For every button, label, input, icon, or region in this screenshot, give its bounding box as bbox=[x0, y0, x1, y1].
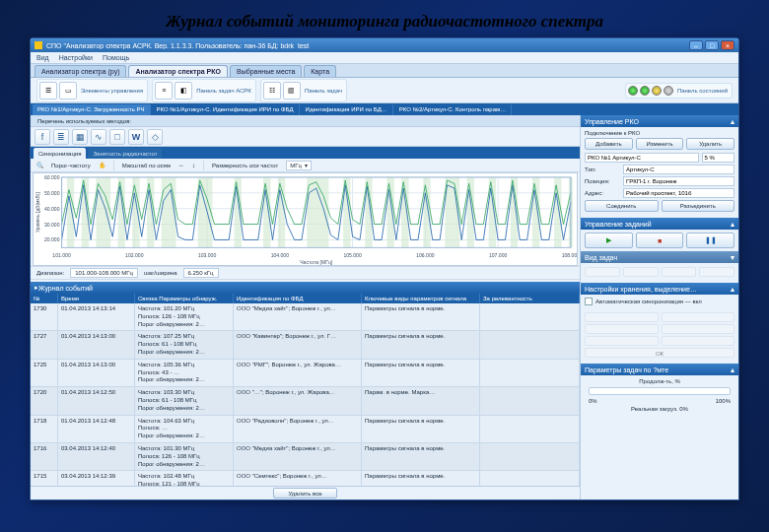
type-field: Артикул-С bbox=[623, 165, 734, 174]
table-row[interactable]: 171603.04.2013 14:12:40Частота: 101.30 М… bbox=[31, 443, 580, 471]
subtab-3[interactable]: РКО №2/Артикул-С. Контроль парам… bbox=[394, 104, 512, 115]
minimize-button[interactable]: – bbox=[689, 40, 703, 50]
subtab-0[interactable]: РКО №1/Артикул-С. Загруженность РЧ bbox=[33, 104, 151, 115]
chart-zoom-icon[interactable]: 🔍 bbox=[36, 162, 43, 168]
tool-btn-4[interactable]: ◧ bbox=[175, 82, 192, 100]
table-row[interactable]: 172001.04.2013 14:12:50Частота: 103.30 М… bbox=[31, 387, 580, 415]
svg-text:50.000: 50.000 bbox=[44, 190, 60, 196]
subtab-2[interactable]: Идентификация ИРИ по БД… bbox=[301, 104, 393, 115]
maximize-button[interactable]: □ bbox=[705, 40, 719, 50]
assign-icons bbox=[581, 263, 738, 283]
add-button[interactable]: Добавить bbox=[585, 138, 633, 150]
range-bar: Диапазон: 101.000-108.000 МГц шаг/ширина… bbox=[31, 266, 580, 280]
tab-selected-places[interactable]: Выбранные места bbox=[230, 65, 302, 77]
edit-button[interactable]: Изменить bbox=[636, 138, 684, 150]
delete-all-button[interactable]: Удалить все bbox=[273, 488, 336, 499]
tab-map[interactable]: Карта bbox=[304, 65, 336, 77]
autosync-row[interactable]: Автоматическая синхронизация — вкл bbox=[581, 295, 738, 308]
menu-settings[interactable]: Настройки bbox=[59, 54, 93, 61]
inner-tabs: Синхронизация Занятость радиочастот bbox=[31, 147, 580, 159]
duration-slider[interactable] bbox=[589, 387, 731, 395]
svg-text:108.000: 108.000 bbox=[562, 252, 577, 258]
table-row[interactable]: 172501.04.2013 14:13:00Частота: 105.36 М… bbox=[31, 360, 580, 387]
method-btn-wave[interactable]: ∿ bbox=[91, 129, 106, 145]
table-row[interactable]: 171503.04.2013 14:12:39Частота: 102.48 М… bbox=[31, 471, 580, 486]
method-btn-word[interactable]: W bbox=[128, 129, 144, 145]
svg-rect-47 bbox=[423, 177, 430, 247]
methods-header: Перечень используемых методов: bbox=[31, 115, 580, 127]
step-input[interactable]: 6.250 кГц bbox=[183, 268, 219, 278]
method-btn-doc[interactable]: □ bbox=[109, 129, 125, 145]
collapse-icon: ▴ bbox=[731, 117, 734, 126]
tool-btn-5[interactable]: ☷ bbox=[263, 82, 281, 100]
rko-mgmt-header[interactable]: Управление РКО▴ bbox=[581, 115, 738, 127]
range-input[interactable]: 101.000-108.000 МГц bbox=[70, 268, 138, 278]
tool-group-tasks: ☷ ▥ Панель задач bbox=[260, 79, 347, 102]
chart-toolbar: 🔍 Порог-частоту ✋ Масштаб по осям ↔ ↕ Ра… bbox=[31, 159, 580, 172]
methods-toolbar: f ≣ ▦ ∿ □ W ◇ bbox=[31, 127, 580, 147]
tab-analyzer-rko[interactable]: Анализатор спектра РКО bbox=[128, 65, 228, 77]
chart-axis-y-icon[interactable]: ↕ bbox=[192, 163, 195, 168]
device-select[interactable]: РКО №1 Артикул-С bbox=[585, 153, 699, 163]
tool-btn-3[interactable]: ≡ bbox=[155, 82, 173, 100]
window-title: СПО "Анализатор спектра АСРК. Вер. 1.1.3… bbox=[46, 42, 689, 49]
addr-field: Рабочий проспект, 101б bbox=[623, 188, 734, 198]
status-lights: Панель состояний bbox=[625, 83, 733, 99]
doc-tabs: Анализатор спектра (ру) Анализатор спект… bbox=[31, 64, 738, 78]
events-header: ▸ Журнал событий bbox=[31, 282, 580, 294]
chart-axis-x-icon[interactable]: ↔ bbox=[178, 163, 184, 168]
assign-header[interactable]: Вид задач▾ bbox=[581, 251, 738, 263]
svg-text:107.000: 107.000 bbox=[489, 252, 508, 258]
svg-rect-31 bbox=[132, 177, 139, 247]
svg-text:40.000: 40.000 bbox=[44, 206, 60, 212]
method-btn-f[interactable]: f bbox=[35, 129, 50, 145]
svg-text:102.000: 102.000 bbox=[125, 252, 144, 258]
svg-text:60.000: 60.000 bbox=[44, 174, 60, 180]
inner-tab-sync[interactable]: Синхронизация bbox=[34, 148, 86, 159]
menu-help[interactable]: Помощь bbox=[103, 54, 129, 61]
play-button[interactable]: ▶ bbox=[585, 233, 633, 248]
events-table: № Время Связка Параметры обнаруж. Иденти… bbox=[31, 294, 580, 486]
svg-rect-40 bbox=[307, 177, 314, 247]
tool-btn-1[interactable]: ☰ bbox=[39, 82, 57, 100]
subtab-1[interactable]: РКО №1/Артикул-С. Идентификация ИРИ по Ф… bbox=[152, 104, 300, 115]
tool-btn-6[interactable]: ▥ bbox=[283, 82, 301, 100]
table-row[interactable]: 173001.04.2013 14:13:14Частота: 101.20 М… bbox=[31, 303, 580, 331]
right-pane: Управление РКО▴ Подключение к РКО Добави… bbox=[581, 115, 738, 499]
delete-button[interactable]: Удалить bbox=[686, 138, 734, 150]
tab-analyzer-ru[interactable]: Анализатор спектра (ру) bbox=[35, 65, 126, 77]
spectrum-chart[interactable]: 101.000102.000103.000104.000105.000106.0… bbox=[33, 172, 578, 266]
table-row[interactable]: 172701.04.2013 14:13:00Частота: 107.25 М… bbox=[31, 331, 580, 359]
svg-text:101.000: 101.000 bbox=[52, 252, 71, 258]
close-button[interactable]: × bbox=[721, 40, 734, 50]
method-btn-chart[interactable]: ▦ bbox=[72, 129, 88, 145]
pos-field: ГРКП-1 г. Воронеж bbox=[623, 176, 734, 186]
svg-rect-41 bbox=[315, 177, 321, 247]
tasks-header[interactable]: Управление заданий▴ bbox=[581, 218, 738, 230]
chart-hand-icon[interactable]: ✋ bbox=[99, 162, 105, 168]
svg-text:104.000: 104.000 bbox=[271, 252, 290, 258]
connect-button[interactable]: Соединить bbox=[585, 200, 659, 212]
autosync-checkbox[interactable] bbox=[585, 298, 593, 305]
menu-view[interactable]: Вид bbox=[36, 54, 49, 61]
method-btn-db[interactable]: ≣ bbox=[53, 129, 69, 145]
ok-button[interactable]: ОК bbox=[585, 348, 734, 358]
status-light-2 bbox=[640, 86, 650, 96]
disconnect-button[interactable]: Разъединить bbox=[662, 200, 735, 212]
device-pct: 5 % bbox=[702, 153, 734, 163]
slide-title: Журнал событий мониторинга радиочастотно… bbox=[0, 0, 769, 37]
pause-button[interactable]: ❚❚ bbox=[686, 233, 734, 248]
inner-tab-occupancy[interactable]: Занятость радиочастот bbox=[88, 148, 162, 159]
stop-button[interactable]: ■ bbox=[636, 233, 684, 248]
table-row[interactable]: 171801.04.2013 14:12:48Частота: 104.63 М… bbox=[31, 416, 580, 443]
svg-text:Частота [МГц]: Частота [МГц] bbox=[300, 259, 333, 265]
svg-rect-29 bbox=[104, 177, 110, 247]
events-footer: Удалить все bbox=[31, 486, 580, 499]
method-btn-x[interactable]: ◇ bbox=[147, 129, 163, 145]
storage-header[interactable]: Настройки хранения, выделение…▴ bbox=[581, 283, 738, 295]
params-header[interactable]: Параметры задач по ?мте▴ bbox=[581, 364, 738, 375]
svg-rect-34 bbox=[169, 177, 175, 247]
svg-text:30.000: 30.000 bbox=[44, 222, 60, 228]
tool-btn-2[interactable]: ▭ bbox=[59, 82, 77, 100]
freq-unit-select[interactable]: МГц▾ bbox=[286, 161, 312, 170]
